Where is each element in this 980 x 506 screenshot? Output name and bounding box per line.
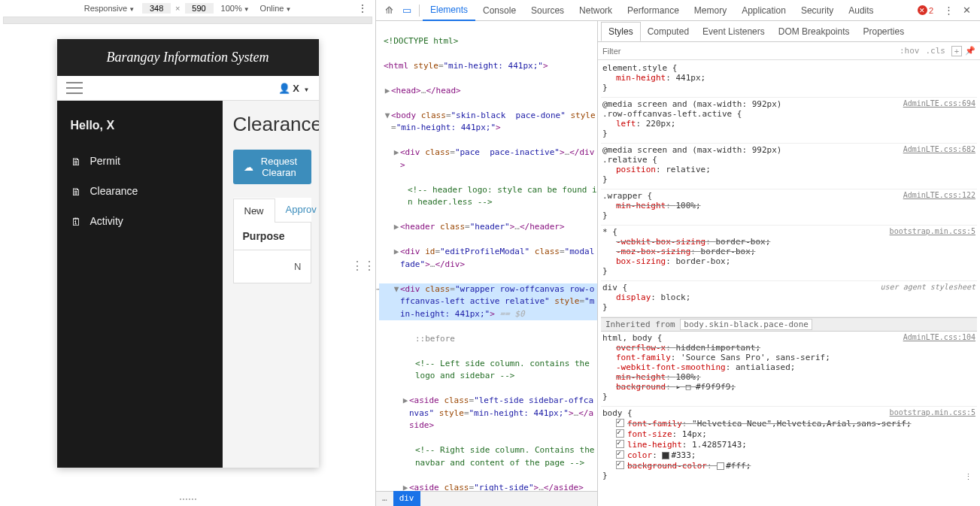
sidebar-item-clearance[interactable]: 🗎Clearance: [57, 176, 223, 206]
network-select[interactable]: Online▼: [257, 3, 295, 14]
sidebar-item-permit[interactable]: 🗎Permit: [57, 146, 223, 176]
subtab-properties[interactable]: Properties: [856, 23, 911, 41]
pseudo-before: ::before: [379, 333, 597, 346]
checkbox-icon[interactable]: [616, 450, 624, 459]
dimension-separator: ×: [175, 4, 180, 13]
resize-handle-horizontal[interactable]: ⋯⋯: [179, 494, 197, 504]
file-icon: 🗎: [71, 156, 81, 166]
rule-html-body[interactable]: AdminLTE.css:104 html, body { overflow-x…: [601, 332, 977, 407]
sidebar-item-label: Activity: [90, 215, 123, 227]
rule-body[interactable]: bootstrap.min.css:5 body { font-family: …: [601, 407, 977, 485]
zoom-select[interactable]: 100%▼: [218, 3, 253, 14]
tab-console[interactable]: Console: [475, 1, 523, 20]
device-select[interactable]: Responsive▼: [81, 3, 138, 14]
app-topbar: 👤 X ▼: [57, 76, 319, 101]
dom-selected-node[interactable]: ⋯▼<div class="wrapper row-offcanvas row-…: [379, 283, 597, 321]
rule-relative[interactable]: AdminLTE.css:682 @media screen and (max-…: [601, 144, 977, 189]
crumb-ellipsis[interactable]: …: [376, 491, 393, 506]
subtab-dom-breakpoints[interactable]: DOM Breakpoints: [772, 23, 857, 41]
sidebar-item-label: Clearance: [90, 185, 138, 197]
checkbox-icon[interactable]: [616, 429, 624, 438]
devtools-tabs: ⟰ ▭ Elements Console Sources Network Per…: [376, 0, 980, 21]
color-swatch[interactable]: [717, 462, 724, 470]
inspect-icon[interactable]: ⟰: [381, 2, 398, 19]
app-header: Barangay Information System: [57, 39, 319, 76]
dom-comment: <!-- Right side column. Contains the nav…: [379, 444, 597, 469]
style-rules[interactable]: element.style { min-height: 441px; } Adm…: [598, 60, 980, 506]
request-clearance-button[interactable]: ☁ Request Clearan: [233, 150, 311, 184]
dom-doctype: <!DOCTYPE html>: [384, 36, 458, 46]
tab-approved[interactable]: Approv: [275, 198, 319, 222]
preview-stage: Barangay Information System 👤 X ▼ Hello,…: [0, 24, 375, 506]
styles-filter-row: :hov .cls + 📌: [598, 42, 980, 60]
checkbox-icon[interactable]: [616, 461, 624, 469]
main-content: Clearance ☁ Request Clearan New Approv P…: [223, 101, 319, 468]
rule-element-style[interactable]: element.style { min-height: 441px; }: [601, 62, 977, 98]
styles-more-icon[interactable]: ⋮: [964, 472, 972, 482]
resize-handle-vertical[interactable]: ⋮⋮: [351, 258, 375, 272]
tab-performance[interactable]: Performance: [620, 1, 687, 20]
sidebar-item-activity[interactable]: 🗓Activity: [57, 206, 223, 236]
error-badge[interactable]: ✕2: [918, 5, 933, 15]
rule-source-link[interactable]: AdminLTE.css:682: [903, 145, 975, 153]
user-dropdown[interactable]: 👤 X ▼: [278, 83, 310, 94]
tab-audits[interactable]: Audits: [841, 1, 881, 20]
calendar-icon: 🗓: [71, 216, 81, 226]
rule-source-link[interactable]: bootstrap.min.css:5: [890, 408, 975, 417]
pin-icon[interactable]: 📌: [965, 46, 975, 56]
rule-div-ua[interactable]: user agent stylesheet div { display: blo…: [601, 281, 977, 317]
styles-subtabs: Styles Computed Event Listeners DOM Brea…: [598, 21, 980, 42]
device-toolbar-menu-icon[interactable]: ⋮: [357, 2, 368, 14]
dom-comment: <!-- Left side column. contains the logo…: [379, 358, 597, 383]
tab-security[interactable]: Security: [793, 1, 841, 20]
devtools-panel: ⟰ ▭ Elements Console Sources Network Per…: [376, 0, 980, 506]
rule-source-link[interactable]: AdminLTE.css:122: [903, 191, 975, 199]
rule-source-ua: user agent stylesheet: [881, 283, 975, 291]
tab-memory[interactable]: Memory: [687, 1, 734, 20]
subtab-computed[interactable]: Computed: [641, 23, 696, 41]
new-rule-button[interactable]: +: [951, 46, 962, 56]
viewport-width-input[interactable]: [142, 3, 171, 14]
dom-tree[interactable]: <!DOCTYPE html> <html style="min-height:…: [376, 21, 598, 506]
hov-toggle[interactable]: :hov: [900, 46, 920, 56]
checkbox-icon[interactable]: [616, 419, 624, 427]
user-icon: 👤: [278, 83, 290, 94]
breadcrumb[interactable]: … div: [376, 491, 597, 506]
tab-new[interactable]: New: [233, 198, 275, 223]
rule-source-link[interactable]: AdminLTE.css:694: [903, 99, 975, 108]
device-toggle-icon[interactable]: ▭: [398, 2, 416, 19]
cls-toggle[interactable]: .cls: [926, 46, 946, 56]
error-icon: ✕: [918, 5, 927, 15]
device-emulation-panel: Responsive▼ × 100%▼ Online▼ ⋮ Barangay I…: [0, 0, 376, 506]
styles-filter-input[interactable]: [602, 47, 894, 56]
rule-offcanvas-active[interactable]: AdminLTE.css:694 @media screen and (max-…: [601, 98, 977, 144]
rule-wrapper[interactable]: AdminLTE.css:122 .wrapper { min-height: …: [601, 189, 977, 226]
tab-sources[interactable]: Sources: [523, 1, 572, 20]
divider: [419, 5, 420, 17]
subtab-styles[interactable]: Styles: [601, 22, 641, 41]
cloud-upload-icon: ☁: [244, 162, 253, 173]
table-row: N: [233, 250, 311, 283]
rule-source-link[interactable]: AdminLTE.css:104: [903, 333, 975, 341]
inherited-from-bar: Inherited from body.skin-black.pace-done: [601, 317, 977, 332]
tab-elements[interactable]: Elements: [423, 0, 475, 21]
rule-universal[interactable]: bootstrap.min.css:5 * { -webkit-box-sizi…: [601, 226, 977, 281]
page-title: Clearance: [233, 113, 311, 136]
styles-pane: Styles Computed Event Listeners DOM Brea…: [598, 21, 980, 506]
tab-row: New Approv: [233, 198, 311, 223]
viewport-height-input[interactable]: [185, 3, 214, 14]
crumb-current[interactable]: div: [393, 491, 420, 506]
chevron-down-icon: ▼: [304, 86, 310, 93]
hamburger-icon[interactable]: [66, 82, 83, 94]
checkbox-icon[interactable]: [616, 440, 624, 448]
device-frame: Barangay Information System 👤 X ▼ Hello,…: [57, 39, 319, 468]
subtab-event-listeners[interactable]: Event Listeners: [696, 23, 772, 41]
close-icon[interactable]: ✕: [958, 2, 975, 19]
sidebar-item-label: Permit: [90, 155, 120, 167]
tab-network[interactable]: Network: [572, 1, 620, 20]
devtools-menu-icon[interactable]: ⋮: [939, 2, 958, 19]
user-label: X: [293, 83, 299, 94]
rule-source-link[interactable]: bootstrap.min.css:5: [890, 227, 975, 235]
tab-application[interactable]: Application: [734, 1, 793, 20]
color-swatch[interactable]: [662, 452, 669, 459]
